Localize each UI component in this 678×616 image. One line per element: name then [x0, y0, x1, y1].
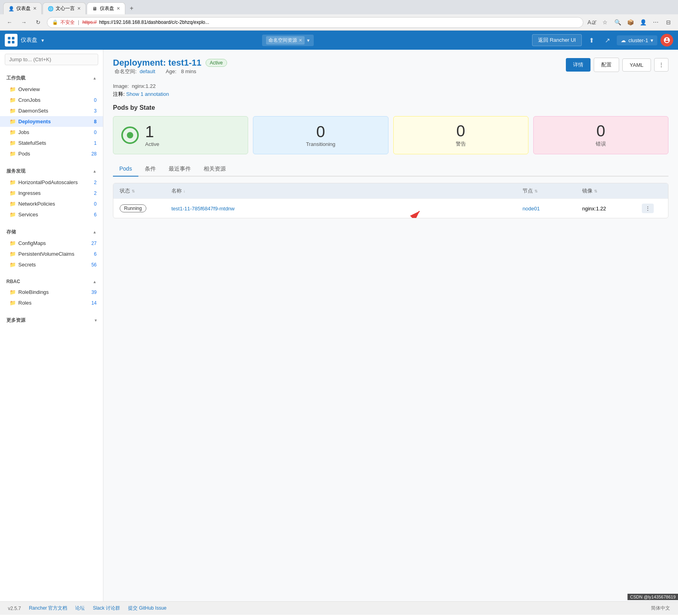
pod-card-warning[interactable]: 0 警告: [393, 116, 528, 154]
yaml-button[interactable]: YAML: [622, 58, 651, 72]
header-node[interactable]: 节点 ⇅: [523, 187, 582, 194]
tab-events[interactable]: 最近事件: [162, 162, 197, 177]
pod-node-cell: node01: [523, 206, 582, 212]
sidebar-section-header-service-discovery[interactable]: 服务发现 ▲: [0, 165, 103, 177]
sidebar-toggle[interactable]: ⊟: [663, 17, 674, 28]
sidebar-section-header-more[interactable]: 更多资源 ▾: [0, 315, 103, 326]
top-nav: 仪表盘 ▾ 命名空间资源 ✕ ▾ 返回 Rancher UI ⬆ ↗ ☁ clu…: [0, 31, 678, 50]
more-section-chevron: ▾: [95, 318, 97, 323]
sidebar-count-jobs: 0: [89, 130, 97, 135]
browser-tab-1[interactable]: 👤 仪表盘 ✕: [3, 2, 42, 14]
sidebar-item-daemonsets[interactable]: 📁 DaemonSets 3: [0, 105, 103, 116]
forward-button[interactable]: →: [18, 17, 29, 28]
sort-icon-name: ↓: [183, 189, 185, 193]
sidebar-item-networkpolicies[interactable]: 📁 NetworkPolicies 0: [0, 198, 103, 209]
namespace-link[interactable]: default: [140, 68, 155, 74]
tab-related[interactable]: 相关资源: [197, 162, 232, 177]
user-profile-button[interactable]: 👤: [637, 17, 649, 28]
namespace-tag-close[interactable]: ✕: [299, 38, 302, 43]
sidebar-item-label-cronjobs: CronJobs: [18, 97, 41, 103]
address-input[interactable]: 🔒 不安全 | https:// https://192.168.168.81/…: [47, 17, 583, 28]
search-button[interactable]: 🔍: [612, 17, 623, 28]
more-button[interactable]: ⋯: [650, 17, 661, 28]
pod-card-transitioning[interactable]: 0 Transitioning: [253, 116, 388, 154]
search-box: [0, 50, 103, 69]
kubectl-icon-button[interactable]: ↗: [601, 34, 614, 47]
header-status[interactable]: 状态 ⇅: [120, 187, 171, 194]
namespace-filter[interactable]: 命名空间资源 ✕ ▾: [262, 35, 314, 46]
namespace-tag-text: 命名空间资源: [268, 37, 297, 44]
pod-card-error[interactable]: 0 错误: [533, 116, 668, 154]
cluster-selector[interactable]: ☁ cluster-1 ▾: [617, 35, 657, 45]
svg-rect-2: [8, 41, 10, 43]
tab-close-2[interactable]: ✕: [77, 6, 81, 11]
sidebar: 工作负载 ▲ 📁 Overview 📁 CronJobs 0: [0, 50, 103, 601]
sidebar-item-hpa[interactable]: 📁 HorizontalPodAutoscalers 2: [0, 177, 103, 188]
sidebar-item-roles[interactable]: 📁 Roles 14: [0, 297, 103, 308]
more-actions-button[interactable]: ⋮: [654, 58, 668, 72]
header-image[interactable]: 镜像 ⇅: [582, 187, 642, 194]
return-to-rancher-button[interactable]: 返回 Rancher UI: [532, 34, 582, 46]
sidebar-item-label-daemonsets: DaemonSets: [18, 108, 48, 114]
header-name[interactable]: 名称 ↓: [171, 187, 523, 194]
node-link[interactable]: node01: [523, 206, 540, 212]
search-input[interactable]: [5, 54, 98, 65]
back-button[interactable]: ←: [4, 17, 15, 28]
tab-pods[interactable]: Pods: [113, 162, 138, 177]
annotation-label: 注释:: [113, 91, 125, 97]
new-tab-button[interactable]: +: [126, 3, 137, 14]
lang-selector[interactable]: 简体中文: [651, 605, 670, 612]
rbac-section-label: RBAC: [6, 279, 20, 284]
sidebar-section-header-workload[interactable]: 工作负载 ▲: [0, 72, 103, 84]
browser-tab-2[interactable]: 🌐 文心一言 ✕: [43, 2, 86, 14]
sidebar-item-configmaps[interactable]: 📁 ConfigMaps 27: [0, 238, 103, 249]
translate-button[interactable]: A🜀: [587, 17, 598, 28]
pod-action-button[interactable]: ⋮: [642, 204, 654, 213]
sidebar-item-statefulsets[interactable]: 📁 StatefulSets 1: [0, 138, 103, 148]
rancher-logo[interactable]: [5, 34, 17, 47]
detail-button[interactable]: 详情: [566, 58, 591, 72]
sidebar-item-cronjobs[interactable]: 📁 CronJobs 0: [0, 95, 103, 105]
pod-name-link[interactable]: test1-11-785f6847f9-mtdnw: [171, 206, 235, 212]
upload-icon-button[interactable]: ⬆: [585, 34, 598, 47]
deployment-name: test1-11: [168, 58, 201, 68]
tab-close-3[interactable]: ✕: [117, 6, 120, 11]
sidebar-item-overview[interactable]: 📁 Overview: [0, 84, 103, 95]
sidebar-item-label-overview: Overview: [18, 86, 40, 92]
sidebar-item-services[interactable]: 📁 Services 6: [0, 209, 103, 220]
sidebar-item-pods[interactable]: 📁 Pods 28: [0, 148, 103, 159]
error-label: 错误: [596, 140, 606, 148]
footer-link-slack[interactable]: Slack 讨论群: [93, 605, 120, 612]
sidebar-item-secrets[interactable]: 📁 Secrets 56: [0, 259, 103, 270]
config-button[interactable]: 配置: [594, 58, 619, 72]
annotation-link[interactable]: Show 1 annotation: [126, 91, 169, 97]
sidebar-item-jobs[interactable]: 📁 Jobs 0: [0, 127, 103, 138]
sidebar-item-deployments[interactable]: 📁 Deployments 8: [0, 116, 103, 127]
app-title[interactable]: 仪表盘: [21, 37, 37, 44]
browser-tab-3[interactable]: 🖥 仪表盘 ✕: [87, 2, 125, 14]
sidebar-section-storage: 存储 ▲ 📁 ConfigMaps 27 📁 PersistentVolumeC…: [0, 223, 103, 273]
tab-conditions[interactable]: 条件: [138, 162, 162, 177]
footer-link-github[interactable]: 提交 GitHub Issue: [128, 605, 167, 612]
refresh-button[interactable]: ↻: [33, 17, 44, 28]
sidebar-section-header-storage[interactable]: 存储 ▲: [0, 226, 103, 238]
transitioning-label: Transitioning: [306, 141, 335, 147]
folder-icon-pvc: 📁: [10, 251, 16, 257]
namespace-dropdown-icon[interactable]: ▾: [307, 37, 310, 43]
folder-icon-deployments: 📁: [10, 119, 16, 124]
bookmark-button[interactable]: ☆: [599, 17, 610, 28]
tab-close-1[interactable]: ✕: [33, 6, 37, 11]
extensions-button[interactable]: 📦: [625, 17, 636, 28]
pod-card-active[interactable]: 1 Active: [113, 116, 248, 154]
sidebar-item-ingresses[interactable]: 📁 Ingresses 2: [0, 188, 103, 198]
sidebar-item-pvc[interactable]: 📁 PersistentVolumeClaims 6: [0, 249, 103, 259]
pods-table: 状态 ⇅ 名称 ↓ 节点 ⇅ 镜像 ⇅: [113, 183, 668, 218]
footer-link-forum[interactable]: 论坛: [75, 605, 85, 612]
app-title-chevron[interactable]: ▾: [41, 37, 44, 43]
footer-link-docs[interactable]: Rancher 官方文档: [29, 605, 68, 612]
sidebar-item-rolebindings[interactable]: 📁 RoleBindings 39: [0, 287, 103, 297]
user-avatar[interactable]: [661, 34, 673, 47]
sidebar-item-label-deployments: Deployments: [18, 119, 51, 124]
image-info: Image: nginx:1.22: [113, 83, 668, 89]
sidebar-section-header-rbac[interactable]: RBAC ▲: [0, 276, 103, 287]
